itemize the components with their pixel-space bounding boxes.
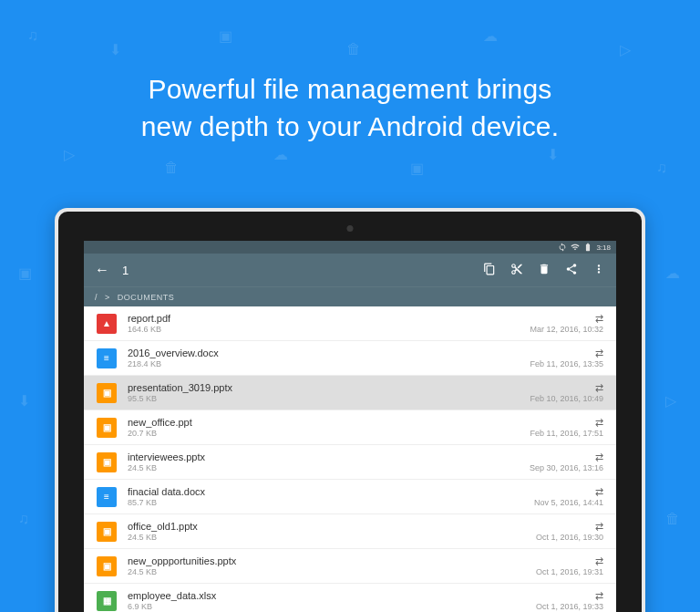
file-row[interactable]: ▣presentation_3019.pptx95.5 KB⇄Feb 10, 2… — [84, 376, 616, 410]
file-type-icon: ▣ — [97, 383, 117, 403]
file-name: employee_data.xlsx — [128, 590, 536, 601]
file-name: interviewees.pptx — [128, 451, 530, 462]
transfer-icon[interactable]: ⇄ — [536, 522, 603, 532]
file-name: 2016_overview.docx — [128, 347, 530, 358]
file-date: Mar 12, 2016, 10:32 — [530, 325, 603, 334]
file-name: report.pdf — [128, 313, 530, 324]
file-size: 24.5 KB — [128, 533, 536, 542]
wifi-icon — [571, 243, 580, 252]
breadcrumb-root: / — [95, 293, 98, 302]
file-size: 164.6 KB — [128, 325, 530, 334]
app-bar: ← 1 — [84, 254, 616, 286]
transfer-icon[interactable]: ⇄ — [530, 452, 603, 462]
file-size: 95.5 KB — [128, 394, 530, 403]
copy-button[interactable] — [483, 263, 496, 278]
file-type-icon: ▣ — [97, 522, 117, 542]
file-size: 85.7 KB — [128, 498, 534, 507]
file-date: Nov 5, 2016, 14:41 — [534, 498, 603, 507]
selection-count: 1 — [122, 264, 129, 277]
file-date: Feb 11, 2016, 17:51 — [530, 429, 603, 438]
file-size: 24.5 KB — [128, 567, 536, 576]
breadcrumb[interactable]: / > DOCUMENTS — [84, 286, 616, 306]
file-size: 218.4 KB — [128, 359, 530, 368]
file-date: Oct 1, 2016, 19:30 — [536, 533, 603, 542]
file-date: Oct 1, 2016, 19:33 — [536, 602, 603, 611]
transfer-icon[interactable]: ⇄ — [530, 348, 603, 358]
transfer-icon[interactable]: ⇄ — [536, 556, 603, 566]
transfer-icon[interactable]: ⇄ — [530, 418, 603, 428]
file-name: presentation_3019.pptx — [128, 382, 530, 393]
file-type-icon: ≡ — [97, 487, 117, 507]
chevron-right-icon: > — [105, 293, 110, 302]
file-size: 20.7 KB — [128, 429, 530, 438]
cut-button[interactable] — [510, 263, 523, 278]
file-name: new_oppportunities.pptx — [128, 555, 536, 566]
tablet-bezel: 3:18 ← 1 / > DOCUMENTS — [58, 212, 642, 612]
file-row[interactable]: ▣interviewees.pptx24.5 KB⇄Sep 30, 2016, … — [84, 445, 616, 480]
file-row[interactable]: ≡finacial data.docx85.7 KB⇄Nov 5, 2016, … — [84, 480, 616, 514]
file-date: Feb 10, 2016, 10:49 — [530, 394, 603, 403]
transfer-icon[interactable]: ⇄ — [530, 314, 603, 324]
file-row[interactable]: ▣new_office.ppt20.7 KB⇄Feb 11, 2016, 17:… — [84, 410, 616, 445]
back-button[interactable]: ← — [95, 262, 109, 278]
file-row[interactable]: ▲report.pdf164.6 KB⇄Mar 12, 2016, 10:32 — [84, 306, 616, 341]
file-type-icon: ▲ — [97, 314, 117, 334]
overflow-menu-button[interactable] — [592, 263, 605, 278]
file-type-icon: ≡ — [97, 348, 117, 368]
transfer-icon[interactable]: ⇄ — [530, 383, 603, 393]
file-name: office_old1.pptx — [128, 521, 536, 532]
file-date: Feb 11, 2016, 13:35 — [530, 359, 603, 368]
file-date: Sep 30, 2016, 13:16 — [530, 463, 603, 472]
file-name: finacial data.docx — [128, 486, 534, 497]
transfer-icon[interactable]: ⇄ — [536, 591, 603, 601]
file-type-icon: ▣ — [97, 418, 117, 438]
file-name: new_office.ppt — [128, 417, 530, 428]
share-button[interactable] — [565, 263, 578, 278]
file-size: 6.9 KB — [128, 602, 536, 611]
tablet-frame: 3:18 ← 1 / > DOCUMENTS — [55, 208, 645, 612]
file-date: Oct 1, 2016, 19:31 — [536, 567, 603, 576]
status-time: 3:18 — [596, 244, 611, 252]
file-row[interactable]: ▣new_oppportunities.pptx24.5 KB⇄Oct 1, 2… — [84, 549, 616, 584]
breadcrumb-current: DOCUMENTS — [118, 293, 175, 302]
file-list[interactable]: ▲report.pdf164.6 KB⇄Mar 12, 2016, 10:32≡… — [84, 306, 616, 612]
battery-icon — [583, 243, 592, 252]
file-type-icon: ▦ — [97, 591, 117, 611]
file-type-icon: ▣ — [97, 452, 117, 472]
transfer-icon[interactable]: ⇄ — [534, 487, 603, 497]
file-size: 24.5 KB — [128, 463, 530, 472]
file-type-icon: ▣ — [97, 556, 117, 576]
file-row[interactable]: ▦employee_data.xlsx6.9 KB⇄Oct 1, 2016, 1… — [84, 584, 616, 612]
tablet-camera — [347, 225, 354, 232]
file-row[interactable]: ≡2016_overview.docx218.4 KB⇄Feb 11, 2016… — [84, 341, 616, 376]
delete-button[interactable] — [538, 263, 551, 278]
file-row[interactable]: ▣office_old1.pptx24.5 KB⇄Oct 1, 2016, 19… — [84, 514, 616, 549]
android-status-bar: 3:18 — [84, 241, 616, 254]
device-screen: 3:18 ← 1 / > DOCUMENTS — [84, 241, 616, 612]
sync-icon — [558, 243, 567, 252]
